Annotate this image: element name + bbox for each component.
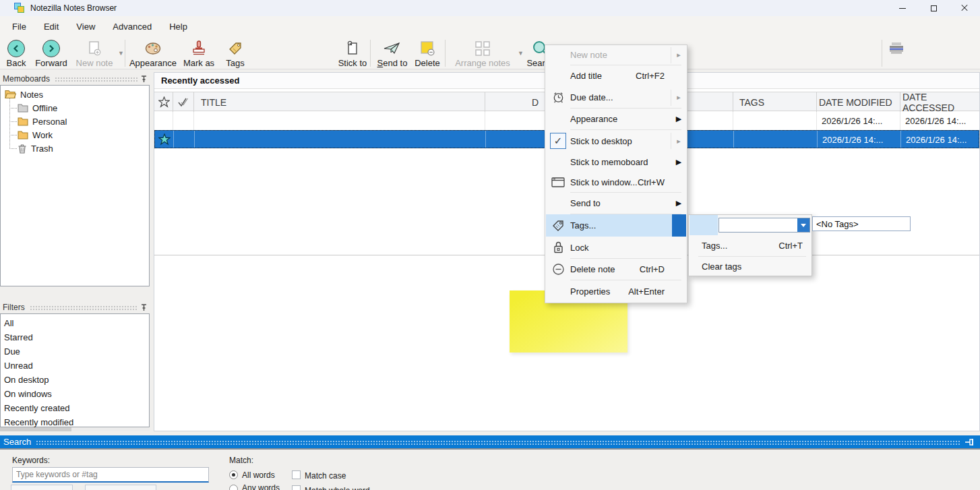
menu-item-appearance[interactable]: Appearance ▶ [546,109,686,129]
pin-icon[interactable] [141,75,147,83]
back-button[interactable]: Back [1,38,31,68]
submenu-arrow-icon: ▶ [671,115,686,123]
stick-to-button[interactable]: Stick to [336,38,369,68]
column-tags[interactable]: TAGS [739,92,764,112]
toolbar-separator [445,40,446,67]
tag-icon [227,39,243,57]
menu-item-stick-to-desktop[interactable]: ✓ Stick to desktop ▸ [546,130,686,152]
filter-on-desktop[interactable]: On desktop [4,373,146,387]
folder-open-icon [5,90,16,99]
radio-any-words[interactable] [229,485,238,490]
submenu-arrow-icon: ▸ [671,137,686,146]
column-starred[interactable] [154,92,173,112]
menu-item-stick-to-window[interactable]: Stick to window... Ctrl+W [546,172,686,192]
tags-button[interactable]: Tags [221,38,249,68]
memoboards-pane-header[interactable]: Memoboards [0,72,150,85]
pin-icon[interactable] [964,438,975,446]
column-title[interactable]: TITLE [201,92,226,112]
radio-all-words-label: All words [242,470,275,480]
tree-item-offline[interactable]: Offline [18,101,57,115]
mark-as-button[interactable]: Mark as [179,38,218,68]
starred-icon[interactable] [158,133,171,146]
menu-view[interactable]: View [76,22,95,32]
menu-item-properties[interactable]: Properties Alt+Enter [546,280,686,303]
new-note-dropdown-icon[interactable]: ▼ [118,50,124,57]
current-tags-field[interactable]: <No Tags> [812,216,911,231]
menu-item-lock[interactable]: Lock [546,237,686,258]
menu-help[interactable]: Help [169,22,187,32]
cell-date-accessed: 2026/1/26 14:... [903,131,967,149]
title-bar: Notezilla Notes Browser [0,0,980,16]
menu-item-stick-to-memoboard[interactable]: Stick to memoboard ▶ [546,152,686,172]
menu-edit[interactable]: Edit [44,22,59,32]
menu-file[interactable]: File [12,22,26,32]
menu-item-delete-note[interactable]: Delete note Ctrl+D [546,259,686,280]
toolbar-separator [370,40,371,67]
submenu-item-tags[interactable]: Tags... Ctrl+T [690,236,811,255]
tag-icon [551,219,565,233]
tag-combobox-field[interactable] [719,218,797,232]
menu-item-add-title[interactable]: Add title Ctrl+F2 [546,65,686,86]
submenu-highlight-strip [690,215,718,235]
memoboards-title: Memoboards [3,74,50,84]
tree-item-work[interactable]: Work [18,128,53,142]
cell-date-accessed: 2026/1/26 14:... [902,112,966,130]
send-to-button[interactable]: Send to [375,38,410,68]
search-panel-header[interactable]: Search [0,435,980,448]
radio-any-words-label: Any words [242,483,280,490]
notezilla-window: Notezilla Notes Browser File Edit View A… [0,0,980,490]
delete-button[interactable]: Delete [412,38,443,68]
combobox-dropdown-button[interactable] [797,218,809,232]
tag-combobox[interactable] [718,218,810,233]
new-note-button[interactable]: New note [73,38,116,68]
trash-icon [18,144,27,154]
filter-all[interactable]: All [4,316,146,330]
column-date-modified[interactable]: DATE MODIFIED [819,92,892,112]
tree-item-trash[interactable]: Trash [18,142,53,155]
checkbox-match-whole-word[interactable] [292,485,301,490]
alarm-clock-icon [552,91,565,104]
minimize-icon [899,8,906,9]
radio-all-words[interactable] [229,470,238,479]
submenu-item-clear-tags[interactable]: Clear tags [690,257,811,276]
menu-item-due-date[interactable]: Due date... ▸ [546,87,686,108]
menu-bar: File Edit View Advanced Help [0,16,980,37]
column-checked[interactable] [173,92,193,112]
forward-button[interactable]: Forward [32,38,71,68]
search-action-button[interactable] [11,485,73,490]
column-date-accessed[interactable]: DATE ACCESSED [902,92,979,112]
cell-date-modified: 2026/1/26 14:... [819,112,882,130]
lock-icon [553,241,564,254]
forward-icon [42,40,60,57]
tree-item-notes[interactable]: Notes [5,88,43,101]
menu-item-new-note[interactable]: New note ▸ [546,45,686,65]
submenu-open-indicator [672,214,686,237]
minimize-button[interactable] [887,0,918,16]
filter-unread[interactable]: Unread [4,359,146,373]
pane-header-texture [36,440,960,445]
arrange-notes-button[interactable]: Arrange notes [450,38,515,68]
menu-item-tags[interactable]: Tags... [546,214,686,237]
filter-recently-created[interactable]: Recently created [4,401,146,415]
filters-pane-header[interactable]: Filters [0,301,150,313]
search-action-button[interactable] [85,485,156,490]
keywords-input[interactable] [12,467,209,483]
maximize-button[interactable] [918,0,949,16]
filter-on-windows[interactable]: On windows [4,387,146,401]
appearance-button[interactable]: Appearance [129,38,177,68]
menu-advanced[interactable]: Advanced [113,22,152,32]
tree-item-personal[interactable]: Personal [18,115,67,128]
column-due-partial[interactable]: D [532,92,539,112]
pin-icon[interactable] [141,303,147,311]
filter-due[interactable]: Due [4,344,146,359]
app-icon [14,3,25,13]
filters-panel: All Starred Due Unread On desktop On win… [0,313,150,427]
tab-recently-accessed[interactable]: Recently accessed [161,75,239,86]
close-button[interactable] [949,0,980,16]
filters-title: Filters [3,303,25,312]
filter-starred[interactable]: Starred [4,330,146,344]
menu-item-send-to[interactable]: Send to ▶ [546,193,686,214]
print-button[interactable] [888,42,905,55]
checkbox-match-case[interactable] [292,470,301,479]
back-icon [7,40,25,57]
